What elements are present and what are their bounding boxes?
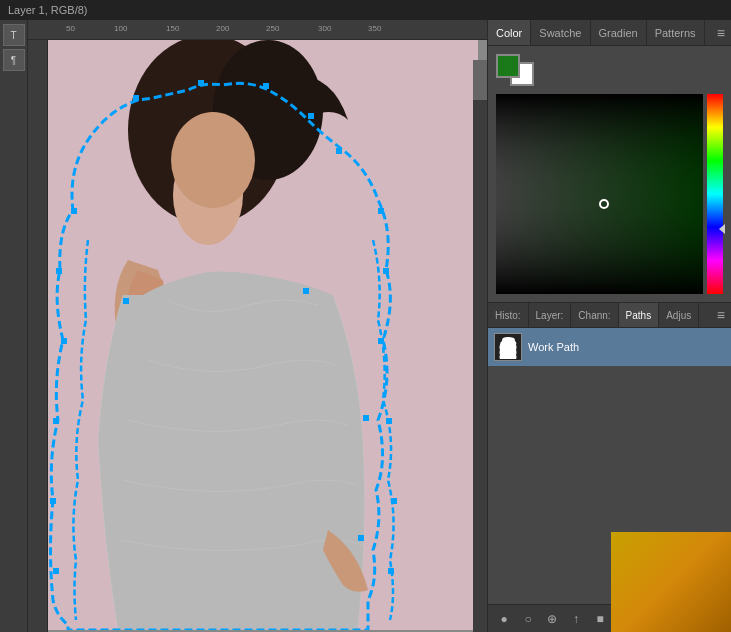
new-path-button[interactable]: ■: [590, 609, 610, 629]
stroke-path-button[interactable]: ○: [518, 609, 538, 629]
ruler-mark-300: 300: [318, 24, 331, 33]
svg-rect-20: [308, 113, 314, 119]
svg-point-4: [171, 112, 255, 208]
load-path-button[interactable]: ⊕: [542, 609, 562, 629]
load-path-icon: ⊕: [547, 612, 557, 626]
tab-color[interactable]: Color: [488, 20, 531, 45]
svg-rect-24: [363, 415, 369, 421]
ruler-mark-350: 350: [368, 24, 381, 33]
main-layout: T ¶ 50 100 150 200 250 300 350: [0, 20, 731, 632]
new-path-icon: ■: [596, 612, 603, 626]
tab-channels[interactable]: Chann:: [571, 303, 618, 327]
right-panel: Color Swatche Gradien Patterns ≡: [487, 20, 731, 632]
tab-layers[interactable]: Layer:: [529, 303, 572, 327]
svg-rect-25: [358, 535, 364, 541]
ruler-mark-250: 250: [266, 24, 279, 33]
tab-history[interactable]: Histo:: [488, 303, 529, 327]
svg-rect-15: [391, 498, 397, 504]
svg-rect-11: [378, 208, 384, 214]
title-text: Layer 1, RGB/8): [8, 4, 87, 16]
svg-rect-12: [383, 268, 389, 274]
panel-tabs: Color Swatche Gradien Patterns ≡: [488, 20, 731, 46]
title-bar: Layer 1, RGB/8): [0, 0, 731, 20]
hue-indicator: [719, 224, 725, 234]
svg-rect-19: [263, 83, 269, 89]
tab-patterns[interactable]: Patterns: [647, 20, 705, 45]
svg-rect-10: [53, 568, 59, 574]
color-area: [488, 46, 731, 302]
tab-paths[interactable]: Paths: [619, 303, 660, 327]
panel-menu-button[interactable]: ≡: [711, 21, 731, 45]
mask-icon: ↑: [573, 612, 579, 626]
scrollbar-thumb[interactable]: [473, 60, 487, 100]
color-picker-area: [496, 94, 723, 294]
type-tool[interactable]: T: [3, 24, 25, 46]
svg-rect-17: [133, 95, 139, 101]
ruler-mark-50: 50: [66, 24, 75, 33]
mask-from-path-button[interactable]: ↑: [566, 609, 586, 629]
hue-strip[interactable]: [707, 94, 723, 294]
svg-rect-21: [336, 148, 342, 154]
person-silhouette: [48, 40, 478, 630]
svg-rect-13: [378, 338, 384, 344]
fill-path-button[interactable]: ●: [494, 609, 514, 629]
svg-rect-22: [303, 288, 309, 294]
canvas-content[interactable]: [48, 40, 487, 632]
svg-rect-5: [71, 208, 77, 214]
paragraph-tool[interactable]: ¶: [3, 49, 25, 71]
ruler-top: 50 100 150 200 250 300 350: [28, 20, 487, 40]
ruler-left: [28, 40, 48, 632]
paragraph-icon: ¶: [11, 55, 16, 66]
bottom-decorative-strip: [611, 532, 731, 632]
svg-rect-9: [50, 498, 56, 504]
svg-rect-23: [123, 298, 129, 304]
photo-canvas: [48, 40, 478, 630]
bottom-panel-menu-button[interactable]: ≡: [711, 307, 731, 323]
svg-rect-6: [56, 268, 62, 274]
work-path-item[interactable]: Work Path: [488, 328, 731, 366]
svg-rect-8: [53, 418, 59, 424]
stroke-path-icon: ○: [524, 612, 531, 626]
svg-rect-14: [386, 418, 392, 424]
ruler-mark-150: 150: [166, 24, 179, 33]
left-toolbar: T ¶: [0, 20, 28, 632]
fill-path-icon: ●: [500, 612, 507, 626]
tab-swatches[interactable]: Swatche: [531, 20, 590, 45]
color-gradient-field[interactable]: [496, 94, 703, 294]
work-path-label: Work Path: [528, 341, 579, 353]
bottom-panel-tabs: Histo: Layer: Chann: Paths Adjus ≡: [488, 302, 731, 328]
color-circle-indicator: [599, 199, 609, 209]
scrollbar-vertical[interactable]: [473, 60, 487, 632]
svg-rect-16: [388, 568, 394, 574]
ruler-mark-100: 100: [114, 24, 127, 33]
canvas-area: 50 100 150 200 250 300 350: [28, 20, 487, 632]
svg-rect-18: [198, 80, 204, 86]
work-path-thumbnail: [494, 333, 522, 361]
foreground-color-swatch[interactable]: [496, 54, 520, 78]
tab-adjustments[interactable]: Adjus: [659, 303, 699, 327]
type-icon: T: [10, 30, 16, 41]
tab-gradient[interactable]: Gradien: [591, 20, 647, 45]
ruler-mark-200: 200: [216, 24, 229, 33]
svg-rect-7: [61, 338, 67, 344]
color-swap-container: [496, 54, 536, 94]
